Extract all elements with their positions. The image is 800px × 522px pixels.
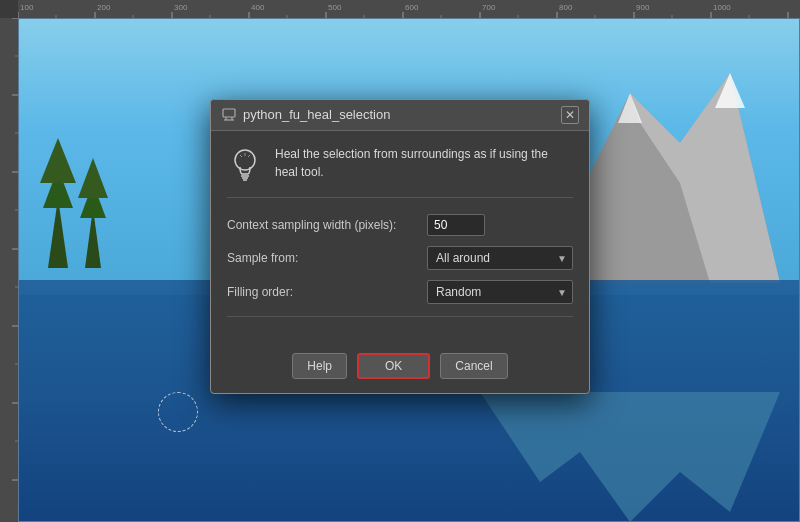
filling-order-select-wrapper: Random ▼ (427, 280, 573, 304)
help-button[interactable]: Help (292, 353, 347, 379)
plugin-icon (221, 107, 237, 123)
svg-text:100: 100 (20, 3, 34, 12)
cancel-button[interactable]: Cancel (440, 353, 507, 379)
context-sampling-label: Context sampling width (pixels): (227, 218, 427, 232)
dialog-titlebar: python_fu_heal_selection ✕ (211, 100, 589, 131)
dialog-close-button[interactable]: ✕ (561, 106, 579, 124)
svg-text:400: 400 (251, 3, 265, 12)
separator (227, 316, 573, 317)
lightbulb-icon (227, 147, 263, 183)
trees-left-decor (28, 118, 128, 268)
svg-text:600: 600 (405, 3, 419, 12)
svg-marker-54 (480, 392, 780, 522)
svg-text:200: 200 (97, 3, 111, 12)
filling-order-chevron-icon: ▼ (557, 286, 567, 297)
context-sampling-input[interactable] (427, 214, 485, 236)
dialog-title-content: python_fu_heal_selection (221, 107, 390, 123)
filling-order-label: Filling order: (227, 285, 427, 299)
dialog-description-section: Heal the selection from surroundings as … (227, 145, 573, 198)
ok-button[interactable]: OK (357, 353, 430, 379)
selection-circle (158, 392, 198, 432)
ruler-vertical (0, 18, 18, 522)
svg-marker-50 (40, 138, 76, 183)
filling-order-select[interactable]: Random ▼ (427, 280, 573, 304)
dialog-title: python_fu_heal_selection (243, 107, 390, 122)
ruler-horizontal: 100 200 300 400 500 600 700 800 900 1000 (18, 0, 800, 18)
dialog-footer: Help OK Cancel (211, 343, 589, 393)
sample-from-value: All around (436, 251, 490, 265)
dialog-body: Heal the selection from surroundings as … (211, 131, 589, 343)
filling-order-row: Filling order: Random ▼ (227, 280, 573, 304)
svg-text:300: 300 (174, 3, 188, 12)
sample-from-row: Sample from: All around ▼ (227, 246, 573, 270)
svg-text:500: 500 (328, 3, 342, 12)
filling-order-value: Random (436, 285, 481, 299)
svg-text:700: 700 (482, 3, 496, 12)
sample-from-chevron-icon: ▼ (557, 252, 567, 263)
svg-text:900: 900 (636, 3, 650, 12)
dialog: python_fu_heal_selection ✕ (210, 99, 590, 394)
svg-marker-48 (48, 198, 68, 268)
svg-text:1000: 1000 (713, 3, 731, 12)
context-sampling-row: Context sampling width (pixels): (227, 214, 573, 236)
mountain-reflection (480, 392, 780, 522)
svg-rect-55 (223, 109, 235, 117)
svg-text:800: 800 (559, 3, 573, 12)
description-text: Heal the selection from surroundings as … (275, 145, 573, 181)
svg-marker-53 (78, 158, 108, 198)
sample-from-select[interactable]: All around ▼ (427, 246, 573, 270)
sample-from-label: Sample from: (227, 251, 427, 265)
sample-from-select-wrapper: All around ▼ (427, 246, 573, 270)
